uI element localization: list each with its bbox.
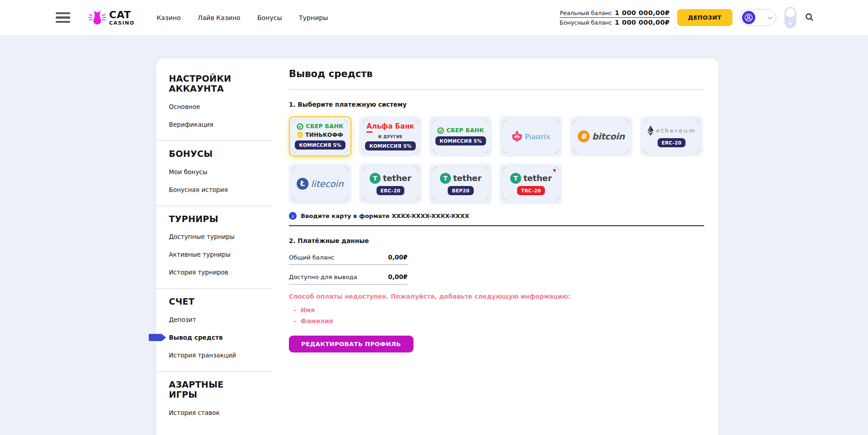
payment-method-tile[interactable]: B bitcoin (570, 116, 633, 156)
tile-corner-mark (292, 149, 297, 153)
edit-profile-button[interactable]: РЕДАКТИРОВАТЬ ПРОФИЛЬ (289, 336, 413, 352)
tile-corner-mark (484, 119, 489, 124)
warning-list-item: – Имя (293, 306, 704, 314)
tile-corner-mark (433, 196, 437, 201)
sidebar-item-label: История ставок (169, 409, 220, 416)
litecoin-label: litecoin (311, 180, 344, 188)
warning-list-item: – Фамилия (293, 317, 704, 325)
tile-corner-mark (503, 119, 507, 124)
payment-method-badge: КОМИССИЯ 5% (435, 136, 486, 145)
payment-method-logo: Ł litecoin (297, 178, 344, 190)
payment-method-tile[interactable]: СБЕР БАНК ТИНЬКОФФ КОМИССИЯ 5% (289, 116, 351, 156)
sber-logo: СБЕР БАНК (297, 123, 343, 130)
warning-item-text: Фамилия (301, 317, 333, 325)
sidebar-item[interactable]: История ставок (169, 409, 273, 416)
account-menu[interactable] (740, 9, 776, 26)
tile-corner-mark (362, 119, 367, 124)
sidebar-item[interactable]: Бонусная история (169, 186, 273, 193)
alfa-bank-label: Альфа Банк (366, 122, 414, 133)
step1-label: 1. Выберите платежную систему (289, 101, 704, 108)
payment-method-tile[interactable]: T tether BEP20 (429, 164, 492, 204)
page-title: Вывод средств (289, 68, 704, 79)
sidebar-item[interactable]: Основное (169, 103, 273, 110)
payment-method-tile[interactable]: Альфа Банк И ДРУГИЕ КОМИССИЯ 5% (359, 116, 422, 156)
sidebar-section-heading: СЧЕТ (169, 297, 251, 307)
sidebar-section-list: Основное Верификация (169, 103, 273, 128)
tile-corner-mark (433, 119, 437, 124)
payment-method-logo: ethereum (647, 125, 696, 136)
site-logo[interactable]: CAT CASINO (89, 9, 135, 27)
avatar (742, 11, 755, 24)
tile-corner-mark (344, 196, 348, 201)
tile-corner-mark (362, 167, 367, 171)
bitcoin-coin-icon: B (578, 130, 590, 142)
tile-corner-mark (643, 119, 648, 124)
bonus-balance-value: 1 000 000,00₽ (615, 19, 669, 26)
nav-link[interactable]: Казино (157, 14, 181, 21)
sidebar-item[interactable]: Депозит (169, 316, 273, 323)
nav-link[interactable]: Лайв Казино (198, 14, 241, 21)
sun-icon: ☀ (784, 21, 796, 26)
litecoin-coin-icon: Ł (297, 178, 309, 190)
sidebar-item-label: Основное (169, 103, 200, 110)
tile-corner-mark (344, 119, 348, 124)
sidebar-section: БОНУСЫ Мои бонусы Б (156, 140, 273, 206)
deposit-button[interactable]: ДЕПОЗИТ (677, 9, 732, 26)
theme-toggle[interactable]: ☀ (784, 7, 796, 28)
payment-method-logo: T tether (440, 173, 481, 184)
nav-link[interactable]: Турниры (299, 14, 328, 21)
sidebar-item-label: Бонусная история (169, 186, 228, 193)
tile-corner-mark (362, 196, 367, 201)
balance-row-value: 0,00₽ (388, 273, 408, 280)
payment-method-tile[interactable]: T tether ▼ TRC-20 (500, 164, 562, 204)
real-balance-label: Реальный баланс (560, 10, 612, 16)
payment-method-tile[interactable]: Ł litecoin (289, 164, 351, 204)
tether-label: tether (523, 174, 552, 182)
sidebar-item-label: Активные турниры (169, 251, 230, 258)
payment-method-tile[interactable]: T tether ERC-20 (359, 164, 422, 204)
payment-method-tile[interactable]: СБЕР БАНК КОМИССИЯ 5% (429, 116, 492, 156)
tile-corner-mark (695, 119, 700, 124)
sidebar-item-label: История транзакций (169, 352, 236, 359)
tile-corner-mark (362, 149, 367, 153)
payment-method-tile[interactable]: Piastrix (500, 116, 562, 156)
tile-corner-mark (554, 149, 559, 153)
sidebar-item[interactable]: Доступные турниры (169, 233, 273, 240)
warning-list: – Имя – Фамилия (293, 306, 704, 325)
nav-link[interactable]: Бонусы (257, 14, 282, 21)
hamburger-menu-icon[interactable] (56, 12, 70, 23)
sidebar-item[interactable]: Вывод средств (169, 334, 273, 341)
user-icon (744, 13, 753, 22)
sidebar-section: НАСТРОЙКИ АККАУНТА Основное (156, 66, 273, 140)
sidebar-section-list: История ставок (169, 409, 273, 416)
sidebar-item[interactable]: Активные турниры (169, 251, 273, 258)
ethereum-logo: ethereum (647, 125, 696, 136)
payment-method-logo: T tether ▼ (510, 173, 552, 184)
sidebar-section: СЧЕТ Депозит Вывод (156, 288, 273, 371)
tile-corner-mark (414, 119, 418, 124)
payment-method-badge: КОМИССИЯ 5% (295, 140, 345, 150)
tether-logo: T tether (440, 173, 481, 184)
sidebar-item[interactable]: История транзакций (169, 352, 273, 359)
sidebar-item-label: Депозит (169, 316, 196, 323)
tile-corner-mark (695, 149, 700, 153)
search-button[interactable] (804, 11, 815, 24)
app: CAT CASINO КазиноЛайв КазиноБонусыТурнир… (0, 0, 868, 435)
sidebar-item[interactable]: История турниров (169, 269, 273, 276)
sidebar-section-heading: ТУРНИРЫ (169, 214, 251, 224)
sidebar-item-label: История турниров (169, 269, 228, 276)
payment-method-badge: TRC-20 (517, 186, 545, 195)
warning-bullet: – (293, 306, 297, 314)
sidebar-item[interactable]: Мои бонусы (169, 168, 273, 176)
tile-corner-mark (503, 149, 507, 153)
piastrix-flower-icon (512, 131, 523, 142)
step2-label: 2. Платёжные данные (289, 237, 704, 244)
site-logo-text: CAT CASINO (109, 10, 135, 26)
sidebar-item[interactable]: Верификация (169, 121, 273, 128)
payment-method-tile[interactable]: ethereum ERC-20 (640, 116, 703, 156)
title-divider (289, 89, 704, 90)
litecoin-logo: Ł litecoin (297, 178, 344, 190)
main-nav: КазиноЛайв КазиноБонусыТурниры (157, 14, 328, 21)
tile-corner-mark (503, 196, 507, 201)
balance-row-value: 0,00₽ (388, 254, 408, 261)
